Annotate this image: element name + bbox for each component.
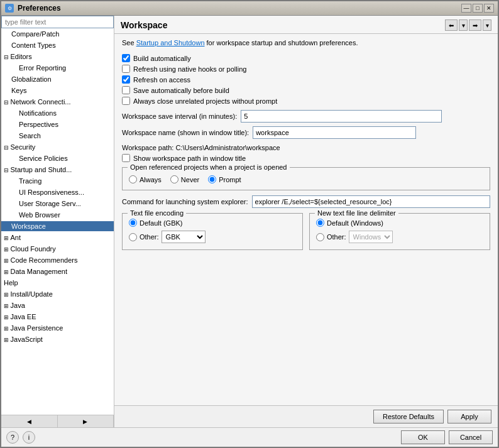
refresh-hooks-checkbox[interactable]	[122, 65, 130, 73]
encoding-default-radio-btn[interactable]	[129, 219, 137, 227]
tree-item-ui-responsiveness[interactable]: UI Responsiveness...	[1, 187, 114, 198]
tree-item-cloud-foundry[interactable]: Cloud Foundry	[1, 243, 114, 254]
intro-paragraph: See Startup and Shutdown for workspace s…	[122, 39, 490, 46]
main-content: Compare/Patch Content Types Editors Erro…	[1, 16, 498, 427]
help-icon-button[interactable]: ?	[6, 431, 19, 444]
show-path-checkbox[interactable]	[122, 154, 130, 162]
tree-container: Compare/Patch Content Types Editors Erro…	[1, 28, 114, 415]
right-content: See Startup and Shutdown for workspace s…	[114, 34, 498, 405]
line-delimiter-label: New text file line delimiter	[315, 209, 398, 217]
tree-item-error-reporting[interactable]: Error Reporting	[1, 62, 114, 74]
tree-item-java-ee[interactable]: Java EE	[1, 311, 114, 322]
tree-item-javascript[interactable]: JavaScript	[1, 334, 114, 345]
workspace-path-label: Workspace path:	[122, 144, 173, 151]
apply-button[interactable]: Apply	[447, 410, 491, 423]
close-unrelated-checkbox[interactable]	[122, 97, 130, 105]
save-interval-label: Workspace save interval (in minutes):	[122, 112, 237, 120]
build-auto-checkbox[interactable]	[122, 54, 130, 62]
workspace-name-label: Workspace name (shown in window title):	[122, 129, 249, 136]
text-encoding-label: Text file encoding	[128, 209, 186, 217]
nav-forward-button[interactable]: ➡	[469, 19, 481, 31]
never-radio[interactable]	[170, 175, 178, 183]
nav-forward-dropdown[interactable]: ▾	[483, 19, 491, 31]
tree-item-ant[interactable]: Ant	[1, 232, 114, 243]
tree-item-compare-patch[interactable]: Compare/Patch	[1, 28, 114, 40]
tree-item-startup-shutdown[interactable]: Startup and Shutd...	[1, 164, 114, 175]
checkbox-refresh-hooks: Refresh using native hooks or polling	[122, 65, 490, 73]
tree-item-install-update[interactable]: Install/Update	[1, 288, 114, 300]
tree-item-workspace[interactable]: Workspace	[1, 221, 114, 232]
encoding-section: Text file encoding Default (GBK) Other: …	[122, 213, 490, 250]
encoding-default-label: Default (GBK)	[140, 219, 182, 227]
left-panel: Compare/Patch Content Types Editors Erro…	[1, 16, 114, 427]
open-projects-group: Open referenced projects when a project …	[122, 167, 490, 190]
tree-item-user-storage[interactable]: User Storage Serv...	[1, 198, 114, 209]
always-radio[interactable]	[129, 175, 137, 183]
tree-expand-button[interactable]: ▶	[58, 415, 114, 427]
encoding-select[interactable]: GBK UTF-8 ISO-8859-1	[162, 231, 206, 243]
tree-item-java[interactable]: Java	[1, 300, 114, 311]
close-button[interactable]: ✕	[484, 4, 494, 13]
restore-defaults-button[interactable]: Restore Defaults	[373, 410, 444, 423]
delimiter-default-label: Default (Windows)	[327, 219, 383, 227]
info-icon: i	[28, 434, 30, 441]
checkbox-refresh-access: Refresh on access	[122, 75, 490, 84]
tree-item-globalization[interactable]: Globalization	[1, 74, 114, 85]
radio-never: Never	[170, 175, 199, 183]
delimiter-other-radio-btn[interactable]	[316, 233, 324, 241]
cancel-button[interactable]: Cancel	[449, 430, 493, 444]
dialog-title: Preferences	[18, 4, 61, 13]
tree-item-code-recommenders[interactable]: Code Recommenders	[1, 254, 114, 266]
tree-item-network-connections[interactable]: Network Connecti...	[1, 96, 114, 107]
save-before-build-checkbox[interactable]	[122, 86, 130, 94]
nav-buttons: ⬅ ▾ ➡ ▾	[445, 19, 491, 31]
ok-button[interactable]: OK	[401, 430, 445, 444]
right-panel: Workspace ⬅ ▾ ➡ ▾ See Startup and Shutdo…	[114, 16, 498, 427]
tree-item-content-types[interactable]: Content Types	[1, 40, 114, 51]
tree-item-search[interactable]: Search	[1, 130, 114, 141]
command-input[interactable]	[252, 195, 490, 208]
tree-item-security[interactable]: Security	[1, 141, 114, 153]
tree-item-service-policies[interactable]: Service Policies	[1, 153, 114, 164]
title-bar-left: ⚙ Preferences	[5, 4, 61, 13]
workspace-name-input[interactable]	[253, 126, 416, 139]
line-delimiter-box: New text file line delimiter Default (Wi…	[309, 213, 490, 250]
build-auto-label: Build automatically	[133, 55, 191, 62]
tree-item-data-management[interactable]: Data Management	[1, 266, 114, 277]
refresh-access-label: Refresh on access	[133, 76, 190, 84]
tree-item-java-persistence[interactable]: Java Persistence	[1, 322, 114, 334]
minimize-button[interactable]: —	[461, 4, 471, 13]
delimiter-default-radio-btn[interactable]	[316, 219, 324, 227]
refresh-hooks-label: Refresh using native hooks or polling	[133, 65, 246, 73]
refresh-access-checkbox[interactable]	[122, 75, 130, 84]
very-bottom-bar: ? i OK Cancel	[1, 427, 498, 447]
show-path-row: Show workspace path in window title	[122, 154, 490, 162]
tree-collapse-button[interactable]: ◀	[1, 415, 58, 427]
encoding-other-radio-btn[interactable]	[129, 233, 137, 241]
title-buttons: — □ ✕	[461, 4, 494, 13]
delimiter-select[interactable]: Windows Unix Mac	[349, 231, 393, 243]
filter-input[interactable]	[1, 16, 114, 28]
checkbox-build-auto: Build automatically	[122, 54, 490, 62]
prompt-radio[interactable]	[208, 175, 216, 183]
save-interval-input[interactable]	[241, 110, 442, 123]
workspace-path-row: Workspace path: C:\Users\Administrator\w…	[122, 144, 490, 151]
delimiter-other-label: Other:	[327, 233, 346, 241]
bottom-action-bar: Restore Defaults Apply	[114, 405, 498, 427]
tree-item-editors[interactable]: Editors	[1, 51, 114, 62]
startup-shutdown-link[interactable]: Startup and Shutdown	[136, 39, 205, 46]
tree-item-keys[interactable]: Keys	[1, 85, 114, 96]
tree-item-help[interactable]: Help	[1, 277, 114, 288]
save-before-build-label: Save automatically before build	[133, 87, 229, 94]
checkbox-save-before-build: Save automatically before build	[122, 86, 490, 94]
maximize-button[interactable]: □	[473, 4, 483, 13]
open-projects-radio-row: Always Never Prompt	[129, 175, 483, 183]
command-row: Command for launching system explorer:	[122, 195, 490, 208]
tree-item-tracing[interactable]: Tracing	[1, 175, 114, 187]
nav-back-dropdown[interactable]: ▾	[459, 19, 468, 31]
tree-item-web-browser[interactable]: Web Browser	[1, 209, 114, 221]
tree-item-notifications[interactable]: Notifications	[1, 107, 114, 119]
info-icon-button[interactable]: i	[23, 431, 35, 444]
tree-item-perspectives[interactable]: Perspectives	[1, 119, 114, 130]
nav-back-button[interactable]: ⬅	[445, 19, 458, 31]
